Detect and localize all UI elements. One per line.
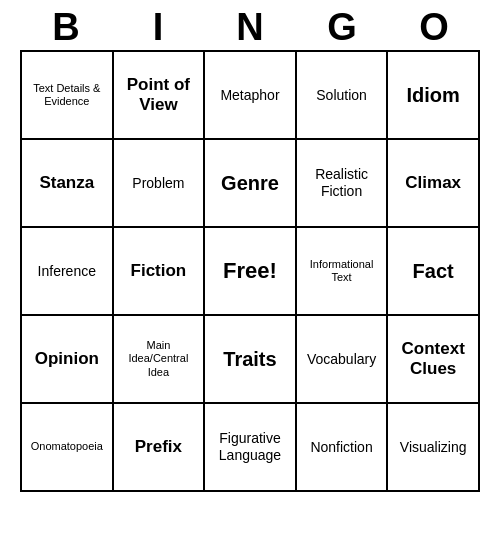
bingo-cell: Idiom bbox=[388, 52, 480, 140]
bingo-cell: Climax bbox=[388, 140, 480, 228]
bingo-cell: Visualizing bbox=[388, 404, 480, 492]
bingo-cell: Problem bbox=[114, 140, 206, 228]
bingo-cell: Prefix bbox=[114, 404, 206, 492]
bingo-row: OnomatopoeiaPrefixFigurative LanguageNon… bbox=[22, 404, 480, 492]
bingo-cell: Solution bbox=[297, 52, 389, 140]
bingo-cell: Point of View bbox=[114, 52, 206, 140]
bingo-row: InferenceFictionFree!Informational TextF… bbox=[22, 228, 480, 316]
header-letter: I bbox=[112, 8, 204, 46]
bingo-cell: Nonfiction bbox=[297, 404, 389, 492]
bingo-cell: Informational Text bbox=[297, 228, 389, 316]
header-letter: O bbox=[388, 8, 480, 46]
bingo-cell: Genre bbox=[205, 140, 297, 228]
bingo-cell: Metaphor bbox=[205, 52, 297, 140]
bingo-cell: Vocabulary bbox=[297, 316, 389, 404]
bingo-cell: Text Details & Evidence bbox=[22, 52, 114, 140]
bingo-cell: Main Idea/Central Idea bbox=[114, 316, 206, 404]
header-letter: N bbox=[204, 8, 296, 46]
bingo-cell: Traits bbox=[205, 316, 297, 404]
bingo-cell: Free! bbox=[205, 228, 297, 316]
bingo-cell: Realistic Fiction bbox=[297, 140, 389, 228]
bingo-cell: Figurative Language bbox=[205, 404, 297, 492]
bingo-row: Text Details & EvidencePoint of ViewMeta… bbox=[22, 52, 480, 140]
bingo-cell: Onomatopoeia bbox=[22, 404, 114, 492]
bingo-row: OpinionMain Idea/Central IdeaTraitsVocab… bbox=[22, 316, 480, 404]
bingo-cell: Opinion bbox=[22, 316, 114, 404]
header-letter: B bbox=[20, 8, 112, 46]
bingo-grid: Text Details & EvidencePoint of ViewMeta… bbox=[20, 50, 480, 492]
bingo-cell: Fiction bbox=[114, 228, 206, 316]
bingo-row: StanzaProblemGenreRealistic FictionClima… bbox=[22, 140, 480, 228]
bingo-cell: Context Clues bbox=[388, 316, 480, 404]
bingo-cell: Fact bbox=[388, 228, 480, 316]
bingo-cell: Stanza bbox=[22, 140, 114, 228]
bingo-cell: Inference bbox=[22, 228, 114, 316]
header-letter: G bbox=[296, 8, 388, 46]
bingo-header: BINGO bbox=[20, 0, 480, 50]
